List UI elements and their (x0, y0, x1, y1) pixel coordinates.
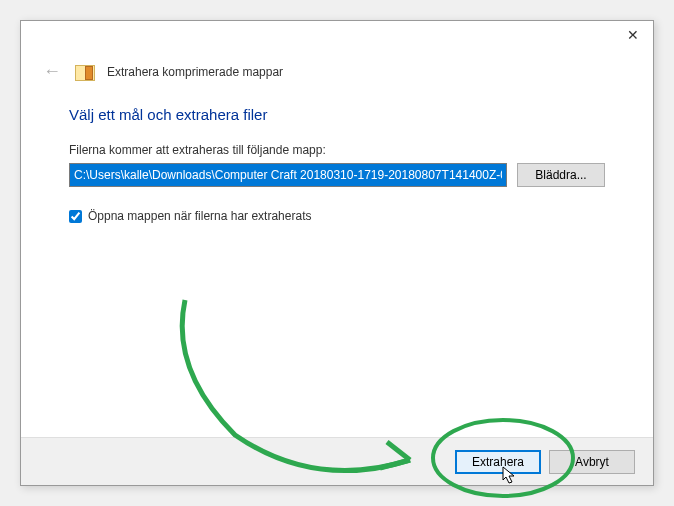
extract-wizard-dialog: ✕ ← Extrahera komprimerade mappar Välj e… (20, 20, 654, 486)
wizard-content: Välj ett mål och extrahera filer Filerna… (21, 96, 653, 437)
browse-button[interactable]: Bläddra... (517, 163, 605, 187)
wizard-title: Extrahera komprimerade mappar (107, 65, 283, 79)
cancel-button[interactable]: Avbryt (549, 450, 635, 474)
close-icon: ✕ (627, 27, 639, 43)
path-row: Bläddra... (69, 163, 605, 187)
close-button[interactable]: ✕ (613, 21, 653, 49)
path-label: Filerna kommer att extraheras till följa… (69, 143, 605, 157)
back-arrow-icon: ← (43, 61, 61, 82)
destination-path-input[interactable] (69, 163, 507, 187)
titlebar: ✕ (21, 21, 653, 55)
wizard-footer: Extrahera Avbryt (21, 437, 653, 485)
extract-button[interactable]: Extrahera (455, 450, 541, 474)
open-folder-option: Öppna mappen när filerna har extraherats (69, 209, 605, 223)
compressed-folder-icon (75, 64, 93, 80)
wizard-header: ← Extrahera komprimerade mappar (21, 55, 653, 96)
instruction-heading: Välj ett mål och extrahera filer (69, 106, 605, 123)
open-folder-checkbox[interactable] (69, 210, 82, 223)
open-folder-label: Öppna mappen när filerna har extraherats (88, 209, 311, 223)
